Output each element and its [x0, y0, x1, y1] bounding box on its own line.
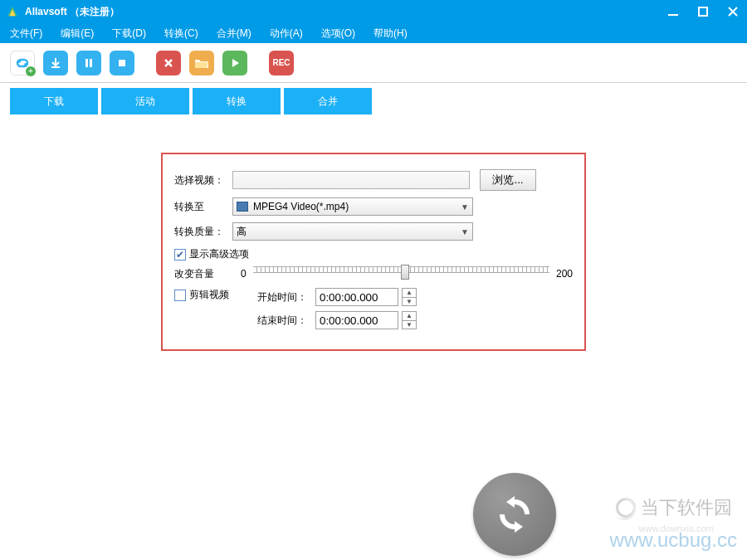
delete-button[interactable]	[156, 51, 181, 75]
toolbar: + REC	[0, 43, 747, 83]
menubar: 文件(F) 编辑(E) 下载(D) 转换(C) 合并(M) 动作(A) 选项(O…	[0, 23, 747, 43]
close-button[interactable]	[725, 4, 740, 19]
record-button[interactable]: REC	[269, 51, 294, 75]
menu-convert[interactable]: 转换(C)	[161, 25, 202, 42]
titlebar: Allavsoft （未注册）	[0, 0, 747, 23]
start-time-spinner[interactable]: ▲▼	[402, 288, 417, 306]
menu-edit[interactable]: 编辑(E)	[57, 25, 97, 42]
end-time-input[interactable]	[315, 311, 398, 329]
end-time-label: 结束时间：	[257, 314, 307, 328]
volume-slider[interactable]	[253, 266, 549, 281]
svg-rect-8	[90, 59, 92, 67]
volume-min: 0	[241, 268, 247, 280]
svg-marker-13	[506, 496, 515, 508]
select-video-label: 选择视频：	[174, 173, 232, 187]
tabs: 下载 活动 转换 合并	[0, 83, 747, 114]
clip-video-checkbox[interactable]: ✔	[174, 290, 186, 301]
quality-select[interactable]: 高 ▼	[232, 222, 473, 241]
convert-panel: 选择视频： 浏览... 转换至 MPEG4 Video(*.mp4) ▼ 转换质…	[161, 153, 586, 351]
menu-options[interactable]: 选项(O)	[318, 25, 359, 42]
tab-activity[interactable]: 活动	[101, 88, 189, 114]
clip-video-label: 剪辑视频	[189, 288, 229, 302]
start-convert-button[interactable]	[473, 473, 556, 556]
browse-button[interactable]: 浏览...	[480, 169, 536, 191]
dropdown-icon: ▼	[461, 227, 469, 236]
stop-button[interactable]	[110, 51, 134, 75]
window-title: Allavsoft （未注册）	[25, 5, 666, 19]
watermark-text: 当下软件园	[641, 495, 732, 520]
downxia-logo-icon	[616, 498, 636, 518]
svg-rect-7	[85, 59, 88, 67]
maximize-button[interactable]	[696, 4, 710, 19]
show-advanced-label: 显示高级选项	[189, 247, 249, 261]
tab-convert[interactable]: 转换	[193, 88, 281, 114]
video-path-input[interactable]	[232, 171, 470, 189]
open-folder-button[interactable]	[189, 51, 214, 75]
svg-marker-14	[515, 521, 523, 533]
download-button[interactable]	[43, 51, 68, 75]
watermark-downxia: 当下软件园	[616, 495, 732, 520]
menu-file[interactable]: 文件(F)	[7, 25, 46, 42]
rec-label: REC	[272, 58, 290, 67]
pause-button[interactable]	[76, 51, 101, 75]
quality-label: 转换质量：	[174, 225, 232, 239]
svg-rect-3	[699, 7, 707, 16]
svg-rect-9	[119, 60, 125, 66]
start-time-input[interactable]	[315, 288, 398, 306]
quality-value: 高	[237, 225, 247, 239]
video-file-icon	[237, 202, 248, 212]
plus-badge-icon: +	[26, 66, 36, 76]
menu-action[interactable]: 动作(A)	[266, 25, 306, 42]
play-button[interactable]	[222, 51, 247, 75]
convert-to-label: 转换至	[174, 200, 232, 214]
menu-download[interactable]: 下载(D)	[109, 25, 149, 42]
svg-marker-12	[232, 59, 239, 67]
show-advanced-checkbox[interactable]: ✔	[174, 249, 186, 261]
change-volume-label: 改变音量	[174, 267, 232, 281]
slider-thumb[interactable]	[401, 265, 409, 280]
content-area: 选择视频： 浏览... 转换至 MPEG4 Video(*.mp4) ▼ 转换质…	[0, 114, 747, 560]
start-time-label: 开始时间：	[257, 290, 307, 304]
menu-help[interactable]: 帮助(H)	[370, 25, 411, 42]
watermark-ucbug: www.ucbug.cc	[610, 528, 737, 552]
menu-merge[interactable]: 合并(M)	[213, 25, 255, 42]
paste-url-button[interactable]: +	[10, 51, 35, 75]
tab-merge[interactable]: 合并	[284, 88, 372, 114]
tab-download[interactable]: 下载	[10, 88, 98, 114]
format-value: MPEG4 Video(*.mp4)	[253, 201, 349, 212]
minimize-button[interactable]	[666, 4, 681, 19]
refresh-icon	[491, 491, 538, 538]
dropdown-icon: ▼	[461, 202, 469, 212]
app-icon	[7, 6, 18, 17]
volume-max: 200	[556, 268, 573, 280]
format-select[interactable]: MPEG4 Video(*.mp4) ▼	[232, 197, 473, 216]
end-time-spinner[interactable]: ▲▼	[402, 311, 417, 329]
